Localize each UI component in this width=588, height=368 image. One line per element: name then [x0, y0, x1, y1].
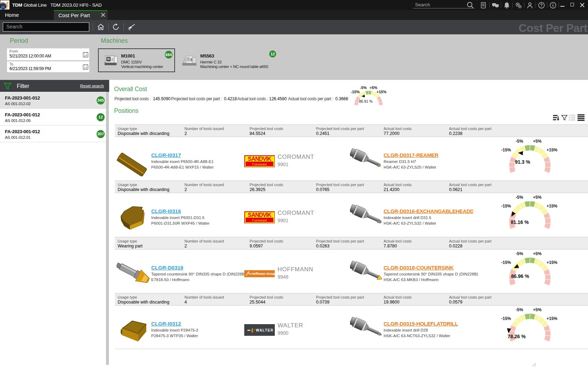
svg-text:+5%: +5% [533, 139, 542, 144]
svg-text:+5%: +5% [533, 307, 542, 312]
svg-text:+15%: +15% [546, 204, 557, 209]
svg-text:81.16 %: 81.16 % [511, 219, 529, 225]
svg-text:14: 14 [84, 66, 88, 69]
svg-text:-5%: -5% [516, 307, 523, 312]
svg-text:TDM: TDM [5, 2, 9, 9]
svg-text:+15%: +15% [377, 90, 387, 94]
svg-text:78.26 %: 78.26 % [507, 334, 526, 339]
svg-text:?: ? [540, 3, 542, 8]
svg-text:-15%: -15% [351, 90, 360, 94]
svg-text:+5%: +5% [533, 251, 542, 256]
svg-text:+15%: +15% [546, 260, 557, 265]
svg-text:i: i [552, 3, 554, 8]
svg-text:+5%: +5% [370, 86, 378, 90]
svg-text:-5%: -5% [516, 251, 523, 256]
svg-text:+15%: +15% [546, 148, 557, 152]
svg-text:+5%: +5% [533, 195, 542, 200]
svg-text:91.3 %: 91.3 % [515, 159, 530, 165]
svg-text:86.96 %: 86.96 % [511, 273, 529, 279]
svg-text:-15%: -15% [501, 204, 511, 209]
svg-text:-5%: -5% [516, 195, 523, 200]
svg-text:-5%: -5% [516, 139, 523, 144]
svg-text:-15%: -15% [501, 148, 511, 152]
svg-text:86.91 %: 86.91 % [359, 99, 373, 103]
svg-text:14: 14 [84, 54, 88, 57]
svg-text:-15%: -15% [501, 260, 511, 265]
svg-text:+15%: +15% [546, 316, 557, 321]
svg-text:-15%: -15% [501, 316, 511, 321]
svg-text:-5%: -5% [360, 86, 367, 90]
